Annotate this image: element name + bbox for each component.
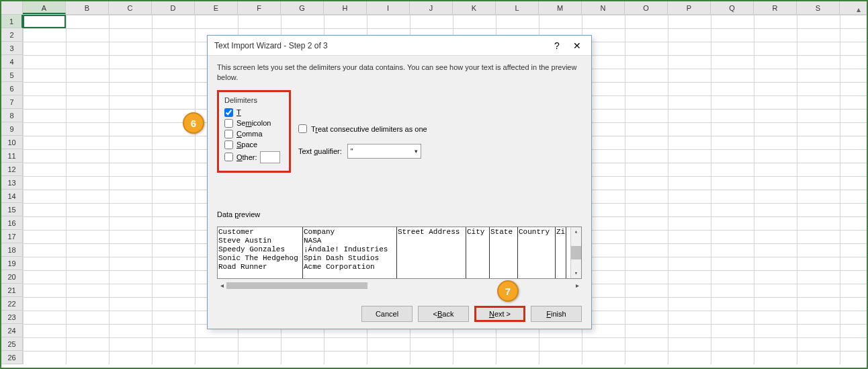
close-button[interactable]: ✕	[567, 40, 587, 51]
delimiter-space-checkbox[interactable]	[224, 140, 233, 149]
row-header[interactable]: 12	[1, 163, 23, 176]
active-cell[interactable]	[23, 15, 66, 28]
select-all-corner[interactable]	[1, 1, 23, 14]
text-import-wizard-dialog: Text Import Wizard - Step 2 of 3 ? ✕ Thi…	[207, 35, 592, 329]
column-headers: ABCDEFGHIJKLMNOPQRS	[1, 1, 867, 15]
text-qualifier-label: Text qualifier:	[298, 147, 342, 155]
column-header[interactable]: E	[195, 1, 238, 14]
row-header[interactable]: 17	[1, 230, 23, 243]
column-header[interactable]: D	[152, 1, 195, 14]
row-header[interactable]: 16	[1, 216, 23, 230]
column-header[interactable]: M	[539, 1, 582, 14]
row-header[interactable]: 5	[1, 69, 23, 82]
column-header[interactable]: Q	[711, 1, 754, 14]
preview-column: State	[490, 227, 518, 278]
delimiter-comma-checkbox[interactable]	[224, 130, 233, 138]
annotation-badge-6: 6	[183, 112, 204, 134]
preview-column: CompanyNASA¡Ándale! IndustriesSpin Dash …	[303, 227, 397, 278]
column-header[interactable]: A	[23, 1, 66, 14]
column-header[interactable]: P	[668, 1, 711, 14]
finish-button[interactable]: Finish	[531, 306, 582, 322]
delimiter-tab-checkbox[interactable]	[224, 108, 233, 117]
preview-vertical-scrollbar[interactable]: ▴ ▾	[570, 227, 581, 278]
column-header[interactable]: R	[754, 1, 797, 14]
dialog-title: Text Import Wizard - Step 2 of 3	[214, 41, 547, 50]
delimiters-group: Delimiters T Semicolon Comma Space Other…	[217, 90, 291, 173]
delimiter-other-checkbox[interactable]	[224, 153, 233, 161]
dialog-buttons: Cancel < Back Next > Finish	[361, 306, 582, 322]
delimiter-other-label: Other:	[236, 153, 257, 161]
row-header[interactable]: 19	[1, 257, 23, 270]
preview-column: Street Address	[397, 227, 466, 278]
preview-column: CustomerSteve AustinSpeedy GonzalesSonic…	[218, 227, 303, 278]
delimiter-tab-label: T	[236, 108, 241, 116]
row-header[interactable]: 18	[1, 243, 23, 257]
row-header[interactable]: 10	[1, 136, 23, 149]
cancel-button[interactable]: Cancel	[361, 306, 413, 322]
preview-column: Country	[518, 227, 556, 278]
chevron-down-icon: ▾	[415, 148, 418, 155]
row-header[interactable]: 9	[1, 122, 23, 136]
column-header[interactable]: G	[281, 1, 324, 14]
row-header[interactable]: 7	[1, 95, 23, 109]
row-header[interactable]: 22	[1, 297, 23, 311]
row-header[interactable]: 3	[1, 42, 23, 55]
row-header[interactable]: 1	[1, 15, 23, 28]
row-header[interactable]: 25	[1, 337, 23, 351]
dialog-description: This screen lets you set the delimiters …	[217, 63, 582, 83]
row-header[interactable]: 11	[1, 149, 23, 163]
row-headers: 1234567891011121314151617181920212223242…	[1, 15, 23, 364]
column-header[interactable]: O	[625, 1, 668, 14]
data-preview-section: Data preview CustomerSteve AustinSpeedy …	[217, 210, 582, 291]
column-header[interactable]: H	[324, 1, 367, 14]
dialog-titlebar: Text Import Wizard - Step 2 of 3 ? ✕	[208, 36, 591, 56]
column-header[interactable]: S	[797, 1, 840, 14]
delimiter-options: Treat consecutive delimiters as one Text…	[298, 124, 427, 159]
row-header[interactable]: 14	[1, 190, 23, 203]
row-header[interactable]: 21	[1, 284, 23, 297]
delimiter-semicolon-label: Semicolon	[236, 119, 271, 127]
treat-consecutive-label: Treat consecutive delimiters as one	[311, 125, 427, 133]
column-header[interactable]: C	[109, 1, 152, 14]
next-button[interactable]: Next >	[474, 306, 525, 322]
column-header[interactable]: B	[66, 1, 109, 14]
delimiter-other-input[interactable]	[260, 151, 280, 163]
treat-consecutive-checkbox[interactable]	[298, 124, 307, 133]
row-header[interactable]: 8	[1, 109, 23, 122]
column-header[interactable]: K	[453, 1, 496, 14]
annotation-badge-7: 7	[497, 280, 519, 302]
column-header[interactable]: N	[582, 1, 625, 14]
delimiter-comma-label: Comma	[236, 130, 263, 138]
preview-column: Zi	[556, 227, 566, 278]
row-header[interactable]: 4	[1, 55, 23, 69]
row-header[interactable]: 26	[1, 351, 23, 364]
delimiter-semicolon-checkbox[interactable]	[224, 119, 233, 128]
delimiter-space-label: Space	[236, 140, 257, 149]
row-header[interactable]: 6	[1, 82, 23, 95]
help-button[interactable]: ?	[547, 40, 567, 51]
column-header[interactable]: L	[496, 1, 539, 14]
data-preview-box: CustomerSteve AustinSpeedy GonzalesSonic…	[217, 227, 582, 279]
column-header[interactable]: J	[410, 1, 453, 14]
column-header[interactable]: I	[367, 1, 410, 14]
row-header[interactable]: 24	[1, 324, 23, 337]
row-header[interactable]: 23	[1, 311, 23, 324]
data-preview-label: Data preview	[217, 210, 582, 218]
preview-column: City	[466, 227, 490, 278]
text-qualifier-select[interactable]: " ▾	[347, 144, 421, 159]
row-header[interactable]: 20	[1, 270, 23, 284]
delimiters-legend: Delimiters	[224, 96, 284, 104]
column-header[interactable]: F	[238, 1, 281, 14]
row-header[interactable]: 2	[1, 28, 23, 42]
scroll-up-icon[interactable]: ▴	[853, 4, 864, 15]
back-button[interactable]: < Back	[418, 306, 469, 322]
row-header[interactable]: 15	[1, 203, 23, 216]
preview-horizontal-scrollbar[interactable]: ◂ ▸	[217, 280, 582, 291]
row-header[interactable]: 13	[1, 176, 23, 190]
